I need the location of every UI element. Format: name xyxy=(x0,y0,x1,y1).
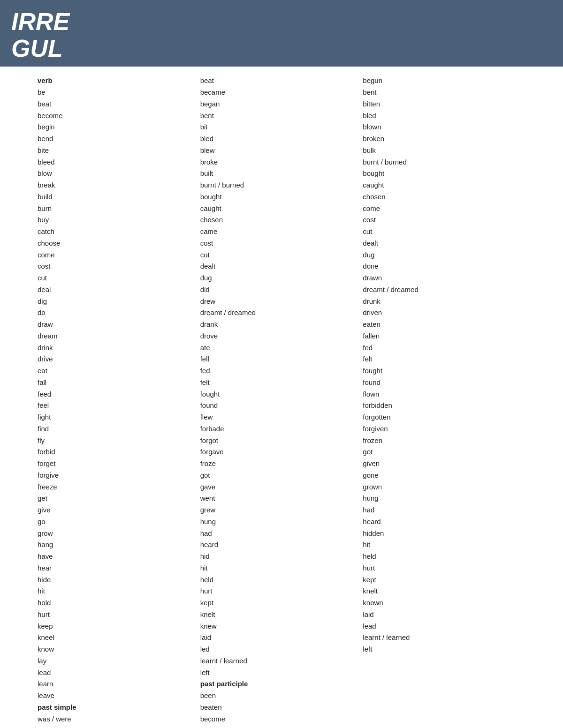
list-item: given xyxy=(363,458,521,470)
list-item: hid xyxy=(200,551,358,563)
list-item: dug xyxy=(200,272,358,284)
list-item: burnt / burned xyxy=(200,180,358,191)
list-item: burnt / burned xyxy=(363,157,521,168)
past-simple-column: beatbecamebeganbentbitbledblewbrokebuilt… xyxy=(200,75,363,725)
list-item: found xyxy=(363,377,521,389)
list-item: dealt xyxy=(363,238,521,249)
list-item: burn xyxy=(38,203,196,215)
list-item: drew xyxy=(200,296,358,308)
list-item: flown xyxy=(363,389,521,400)
list-item: blown xyxy=(363,121,521,133)
list-item: come xyxy=(38,249,196,261)
list-item: forgotten xyxy=(363,412,521,423)
list-item: hurt xyxy=(200,585,358,597)
list-item: hurt xyxy=(363,563,521,574)
list-item: lay xyxy=(38,655,196,667)
list-item: choose xyxy=(38,238,196,249)
list-item: bought xyxy=(363,168,521,180)
list-item: go xyxy=(38,516,196,528)
list-item: held xyxy=(363,551,521,563)
list-item: chosen xyxy=(363,191,521,203)
list-item: ate xyxy=(200,342,358,354)
list-item: knelt xyxy=(200,609,358,621)
list-item: become xyxy=(38,110,196,122)
list-item: felt xyxy=(200,377,358,389)
list-item: hang xyxy=(38,539,196,551)
list-item: lead xyxy=(363,621,521,632)
list-item: have xyxy=(38,551,196,563)
list-item: fed xyxy=(363,342,521,354)
list-item: deal xyxy=(38,284,196,296)
list-item: found xyxy=(200,400,358,412)
list-item: hit xyxy=(363,539,521,551)
list-item: fall xyxy=(38,377,196,389)
list-item: draw xyxy=(38,319,196,330)
list-item: freeze xyxy=(38,481,196,493)
list-item: find xyxy=(38,423,196,435)
list-item: caught xyxy=(363,180,521,191)
list-item: fell xyxy=(200,353,358,365)
list-item: began xyxy=(200,98,358,110)
list-item: knew xyxy=(200,621,358,632)
list-item: bulk xyxy=(363,145,521,157)
list-item: bleed xyxy=(38,157,196,168)
verb-header: verb xyxy=(38,75,196,87)
list-item: fight xyxy=(38,412,196,423)
list-item: cost xyxy=(363,214,521,226)
past-participle-main-list: begunbentbittenbledblownbrokenbulkburnt … xyxy=(363,75,521,655)
list-item: heard xyxy=(363,516,521,528)
list-item: beaten xyxy=(200,702,358,713)
list-item: chosen xyxy=(200,214,358,226)
list-item: bit xyxy=(200,121,358,133)
list-item: broken xyxy=(363,133,521,145)
list-item: do xyxy=(38,307,196,319)
list-item: led xyxy=(200,644,358,655)
list-item: kept xyxy=(363,574,521,586)
list-item: fed xyxy=(200,365,358,377)
list-item: fly xyxy=(38,435,196,447)
list-item: bent xyxy=(200,110,358,122)
list-item: be xyxy=(38,87,196,98)
past-simple-list: was / were xyxy=(38,713,196,725)
list-item: bled xyxy=(363,110,521,122)
list-item: build xyxy=(38,191,196,203)
list-item: cost xyxy=(200,238,358,249)
list-item: forgive xyxy=(38,470,196,481)
list-item: beat xyxy=(38,98,196,110)
list-item: drove xyxy=(200,330,358,342)
list-item: dream xyxy=(38,330,196,342)
list-item: forgiven xyxy=(363,423,521,435)
list-item: hit xyxy=(200,563,358,574)
list-item: forbid xyxy=(38,446,196,458)
list-item: went xyxy=(200,493,358,504)
list-item: drawn xyxy=(363,272,521,284)
list-item: driven xyxy=(363,307,521,319)
list-item: held xyxy=(200,574,358,586)
list-item: drink xyxy=(38,342,196,354)
list-item: forgave xyxy=(200,446,358,458)
list-item: fallen xyxy=(363,330,521,342)
list-item: learnt / learned xyxy=(200,655,358,667)
list-item: laid xyxy=(200,632,358,644)
list-item: feed xyxy=(38,389,196,400)
list-item: bled xyxy=(200,133,358,145)
past-simple-header: past simple xyxy=(38,702,196,713)
list-item: kept xyxy=(200,597,358,609)
list-item: hold xyxy=(38,597,196,609)
list-item: became xyxy=(200,87,358,98)
list-item: hung xyxy=(363,493,521,504)
list-item: broke xyxy=(200,157,358,168)
list-item: hide xyxy=(38,574,196,586)
list-item: got xyxy=(363,446,521,458)
list-item: left xyxy=(363,644,521,655)
list-item: blew xyxy=(200,145,358,157)
list-item: fought xyxy=(200,389,358,400)
list-item: grown xyxy=(363,481,521,493)
list-item: laid xyxy=(363,609,521,621)
list-item: cut xyxy=(200,249,358,261)
list-item: come xyxy=(363,203,521,215)
content-area: verb bebeatbecomebeginbendbitebleedblowb… xyxy=(0,75,563,725)
list-item: cut xyxy=(363,226,521,238)
list-item: knelt xyxy=(363,585,521,597)
list-item: gave xyxy=(200,481,358,493)
